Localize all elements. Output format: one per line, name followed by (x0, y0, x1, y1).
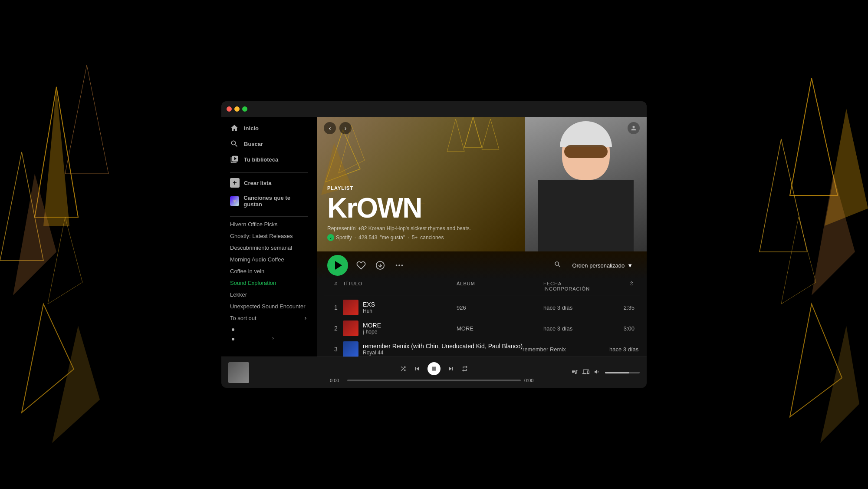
library-icon (230, 155, 239, 164)
liked-songs-action[interactable]: ♥ Canciones que te gustan (225, 191, 313, 211)
create-playlist-icon: + (230, 178, 240, 188)
volume-icon[interactable] (594, 368, 601, 377)
tracklist-search-button[interactable] (554, 261, 562, 270)
now-playing-pause-button[interactable] (427, 362, 441, 375)
playlist-item-unexpected[interactable]: Unexpected Sound Encounter (221, 301, 317, 312)
playlist-item-sound-exploration[interactable]: Sound Exploration (221, 277, 317, 289)
play-icon (335, 261, 342, 270)
folder-label: To sort out (230, 315, 256, 321)
playlist-item-morning[interactable]: Morning Audio Coffee (221, 254, 317, 265)
spotify-logo: ♪ (327, 234, 334, 241)
col-header-date: FECHA INCORPORACIÓN (543, 281, 608, 291)
order-chevron-icon: ▼ (627, 262, 633, 269)
track-date-added: hace 3 días (609, 346, 647, 353)
playback-controls (400, 362, 468, 375)
svg-point-27 (396, 264, 398, 266)
create-playlist-action[interactable]: + Crear lista (225, 175, 313, 191)
folder-item-2[interactable] (221, 334, 317, 343)
track-album: 926 (457, 304, 543, 311)
tracklist-header: # TÍTULO ÁLBUM FECHA INCORPORACIÓN ⏱ (324, 279, 640, 295)
next-button[interactable] (447, 365, 454, 372)
track-text: remember Remix (with Chin, Uneducated Ki… (363, 343, 523, 356)
playlist-type-label: PLAYLIST (327, 185, 647, 191)
liked-songs-label: Canciones que te gustan (243, 195, 308, 208)
volume-bar[interactable] (605, 372, 640, 373)
svg-marker-13 (48, 217, 82, 304)
svg-marker-8 (760, 139, 807, 252)
previous-button[interactable] (414, 365, 421, 372)
track-number: 3 (329, 346, 343, 353)
track-row[interactable]: 2 MORE j-hope MORE hace 3 días 3:00 (324, 318, 640, 339)
now-playing-controls: 0:00 0:00 (324, 362, 544, 383)
svg-marker-2 (0, 152, 43, 261)
sidebar-item-home[interactable]: Inicio (225, 120, 313, 136)
track-album: remember Remix (523, 346, 609, 353)
like-button[interactable] (355, 259, 367, 271)
devices-icon[interactable] (582, 368, 589, 377)
user-avatar[interactable] (628, 122, 640, 134)
traffic-lights (227, 106, 247, 112)
progress-track[interactable] (347, 380, 521, 381)
svg-marker-14 (781, 217, 816, 304)
minimize-button[interactable] (234, 106, 240, 112)
track-number: 2 (329, 325, 343, 332)
likes-label: "me gusta" (380, 235, 405, 241)
svg-marker-9 (790, 304, 842, 417)
repeat-button[interactable] (461, 365, 468, 372)
track-row[interactable]: 1 EXS Huh 926 hace 3 días 2:35 (324, 297, 640, 318)
back-button[interactable]: ‹ (324, 122, 336, 134)
playlist-item-lekker[interactable]: Lekker (221, 289, 317, 301)
play-button[interactable] (327, 255, 348, 276)
playlist-item-hivern[interactable]: Hivern Office Picks (221, 218, 317, 230)
sidebar-divider-1 (230, 172, 308, 173)
now-playing-track-info (317, 362, 324, 383)
shuffle-button[interactable] (400, 365, 407, 372)
liked-songs-icon: ♥ (230, 196, 239, 206)
playlist-title: KrOWN (327, 194, 647, 222)
track-album: MORE (457, 325, 543, 332)
sidebar-item-search[interactable]: Buscar (225, 136, 313, 152)
col-header-num: # (329, 281, 343, 291)
forward-button[interactable]: › (339, 122, 352, 134)
search-icon (230, 139, 239, 148)
sidebar-nav: Inicio Buscar Tu biblioteca (221, 120, 317, 167)
download-button[interactable] (374, 259, 386, 271)
track-duration: 3:00 (608, 325, 635, 332)
sidebar-folder-sort[interactable]: To sort out (221, 312, 317, 324)
col-header-title: TÍTULO (343, 281, 457, 291)
meta-separator-1: · (355, 235, 356, 241)
nav-arrows: ‹ › (324, 122, 352, 134)
playlist-item-ghostly[interactable]: Ghostly: Latest Releases (221, 230, 317, 242)
fullscreen-button[interactable] (242, 106, 247, 112)
sidebar-item-library[interactable]: Tu biblioteca (225, 152, 313, 167)
track-name: remember Remix (with Chin, Uneducated Ki… (363, 343, 523, 350)
search-label: Buscar (244, 141, 263, 147)
order-dropdown[interactable]: Orden personalizado ▼ (569, 261, 636, 271)
playlist-list: Hivern Office Picks Ghostly: Latest Rele… (221, 218, 317, 312)
svg-point-28 (398, 264, 400, 266)
svg-marker-12 (812, 174, 855, 295)
home-label: Inicio (244, 125, 259, 132)
svg-point-29 (401, 264, 403, 266)
svg-rect-30 (433, 367, 434, 370)
folder-item-1[interactable] (221, 324, 317, 334)
playlist-item-discovery[interactable]: Descubrimiento semanal (221, 242, 317, 254)
track-number: 1 (329, 304, 343, 311)
sidebar-actions: + Crear lista ♥ Canciones que te gustan (221, 175, 317, 211)
playlist-item-coffee-vein[interactable]: Coffee in vein (221, 265, 317, 277)
songs-count: 5+ (412, 235, 418, 241)
track-thumbnail (343, 300, 358, 315)
playlist-description: Representín' +82 Korean Hip-Hop's sickes… (327, 225, 501, 231)
volume-fill (605, 372, 629, 373)
more-options-button[interactable] (393, 259, 405, 271)
hero-content: PLAYLIST KrOWN Representín' +82 Korean H… (327, 185, 647, 241)
svg-marker-11 (13, 174, 56, 295)
songs-label: canciones (420, 235, 444, 241)
track-text: EXS Huh (363, 301, 457, 314)
now-playing-bar: 0:00 0:00 (317, 357, 647, 388)
col-header-album: ÁLBUM (457, 281, 543, 291)
folder-chevron-icon (303, 316, 308, 321)
close-button[interactable] (227, 106, 232, 112)
track-artist: Royal 44 (363, 350, 523, 356)
queue-icon[interactable] (571, 368, 578, 377)
